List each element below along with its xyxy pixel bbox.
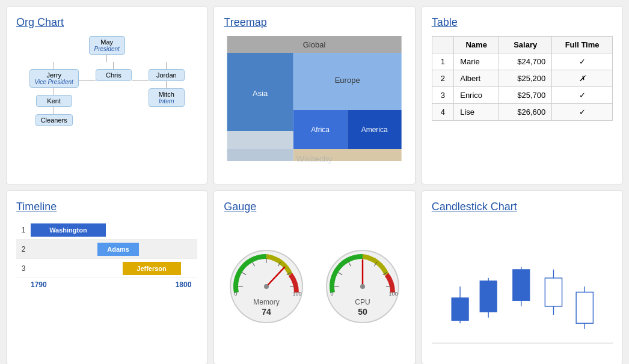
- treemap-card: Treemap Global Europe Asia Africa Americ…: [213, 6, 415, 184]
- gauge-title: Gauge: [224, 201, 405, 213]
- table-cell-salary: $24,700: [499, 53, 552, 70]
- treemap-asia-label: Asia: [253, 89, 268, 98]
- org-name-jordan: Jordan: [154, 71, 179, 79]
- svg-point-25: [360, 284, 365, 289]
- table-cell-salary: $25,700: [499, 87, 552, 104]
- table-cell-name: Marie: [454, 53, 499, 70]
- timeline-row-num: 2: [16, 245, 31, 253]
- timeline-row: 3 Jefferson: [16, 259, 197, 278]
- table-cell-salary: $25,200: [499, 70, 552, 87]
- gauge-memory: 0 100 Memory 74: [227, 247, 305, 326]
- candlestick-card: Candlestick Chart: [422, 190, 623, 364]
- svg-text:100: 100: [388, 291, 397, 297]
- candlestick-title: Candlestick Chart: [432, 201, 613, 213]
- candle-1: [452, 298, 468, 321]
- timeline-row-num: 3: [16, 264, 31, 273]
- org-hline-right: [132, 80, 149, 80]
- table-cell-name: Albert: [454, 70, 499, 87]
- org-root: May President: [89, 36, 125, 62]
- org-name-cleaners: Cleaners: [41, 117, 67, 124]
- treemap-extra-rect: [227, 131, 293, 149]
- gauge-memory-svg: 0 100 Memory 74: [227, 247, 305, 326]
- table-cell-num: 1: [432, 53, 454, 70]
- candlestick-chart: [432, 220, 613, 353]
- timeline-row-num: 1: [16, 226, 31, 234]
- orgchart-title: Org Chart: [16, 16, 197, 29]
- treemap-bottom2-rect: [227, 149, 293, 161]
- org-role-mitch: Intern: [154, 98, 179, 105]
- svg-text:0: 0: [234, 291, 237, 297]
- table-cell-num: 3: [432, 87, 454, 104]
- timeline-row: 2 Adams: [16, 240, 197, 259]
- org-role-may: President: [94, 46, 120, 52]
- svg-point-11: [264, 284, 269, 289]
- treemap-title: Treemap: [224, 16, 405, 29]
- table-title: Table: [432, 16, 613, 29]
- timeline-chart: 1 Washington 2 Adams 3 Jefferson: [16, 220, 197, 278]
- table-row: 1 Marie $24,700 ✓: [432, 53, 612, 70]
- org-name-jerry: Jerry: [35, 71, 73, 79]
- org-node-chris: Chris: [96, 69, 132, 81]
- table-row: 2 Albert $25,200 ✗: [432, 70, 612, 87]
- org-jerry-branch: Jerry Vice President Kent Cleaners: [29, 62, 79, 126]
- timeline-bar: Adams: [97, 243, 139, 256]
- table-cell-fulltime: ✗: [552, 70, 613, 87]
- candle-4: [545, 278, 562, 306]
- table-header-num: [432, 37, 454, 53]
- table-header-fulltime: Full Time: [552, 37, 613, 53]
- orgchart-card: Org Chart May President Jerry: [6, 6, 207, 184]
- org-line-1: [106, 55, 107, 62]
- candle-3: [512, 270, 529, 301]
- timeline-axis: 17901800: [16, 281, 197, 289]
- timeline-card: Timeline 1 Washington 2 Adams 3 Jefferso…: [6, 190, 207, 364]
- org-name-kent: Kent: [41, 97, 67, 105]
- candle-2: [480, 281, 497, 312]
- org-name-chris: Chris: [101, 71, 126, 79]
- table-row: 4 Lise $26,600 ✓: [432, 104, 612, 121]
- table-card: Table Name Salary Full Time 1 Marie $24,…: [422, 6, 623, 184]
- table-header-row: Name Salary Full Time: [432, 37, 612, 53]
- org-level1-container: Jerry Vice President Kent Cleaners: [29, 62, 185, 126]
- org-chris-branch: Chris: [96, 62, 132, 81]
- org-node-jordan: Jordan: [149, 69, 185, 81]
- svg-text:100: 100: [292, 291, 301, 297]
- orgchart-diagram: May President Jerry Vice President: [16, 36, 197, 126]
- table-cell-fulltime: ✓: [552, 87, 613, 104]
- treemap-europe-label: Europe: [335, 76, 360, 85]
- gauge-cpu-svg: 0 100 CPU 50: [324, 247, 402, 326]
- org-line-kent: [54, 107, 54, 114]
- table-cell-num: 2: [432, 70, 454, 87]
- table-body: 1 Marie $24,700 ✓ 2 Albert $25,200 ✗ 3 E…: [432, 53, 612, 121]
- gauge-container: 0 100 Memory 74: [224, 220, 405, 353]
- table-header-name: Name: [454, 37, 499, 53]
- table-cell-fulltime: ✓: [552, 53, 613, 70]
- org-hline-left: [79, 80, 96, 80]
- candlestick-svg: [432, 220, 613, 353]
- org-hline-jordan: [132, 69, 149, 80]
- org-line-jordan-top: [166, 62, 167, 69]
- org-line-jerry-bot: [54, 88, 54, 95]
- timeline-bar-area: Washington: [31, 223, 197, 237]
- org-node-may: May President: [89, 36, 125, 55]
- table-cell-name: Lise: [454, 104, 499, 121]
- svg-text:CPU: CPU: [355, 298, 370, 306]
- org-node-jerry: Jerry Vice President: [29, 69, 79, 88]
- org-hline-chris: [79, 69, 96, 80]
- org-name-may: May: [94, 38, 120, 46]
- org-role-jerry: Vice President: [35, 79, 73, 85]
- gauge-cpu: 0 100 CPU 50: [324, 247, 402, 326]
- table-cell-salary: $26,600: [499, 104, 552, 121]
- treemap-watermark: Wikitechy: [296, 154, 333, 164]
- treemap-svg: Global Europe Asia Africa America: [224, 36, 405, 174]
- org-line-jerry-top: [54, 62, 54, 69]
- timeline-title: Timeline: [16, 201, 197, 213]
- treemap-africa-label: Africa: [311, 126, 330, 134]
- timeline-bar-area: Jefferson: [31, 261, 197, 276]
- svg-text:50: 50: [358, 307, 367, 317]
- candle-5: [576, 292, 593, 323]
- org-node-mitch: Mitch Intern: [149, 88, 185, 107]
- org-jordan-branch: Jordan Mitch Intern: [149, 62, 185, 107]
- table-header-salary: Salary: [499, 37, 552, 53]
- timeline-bar: Jefferson: [123, 262, 181, 275]
- timeline-bar-area: Adams: [31, 242, 197, 256]
